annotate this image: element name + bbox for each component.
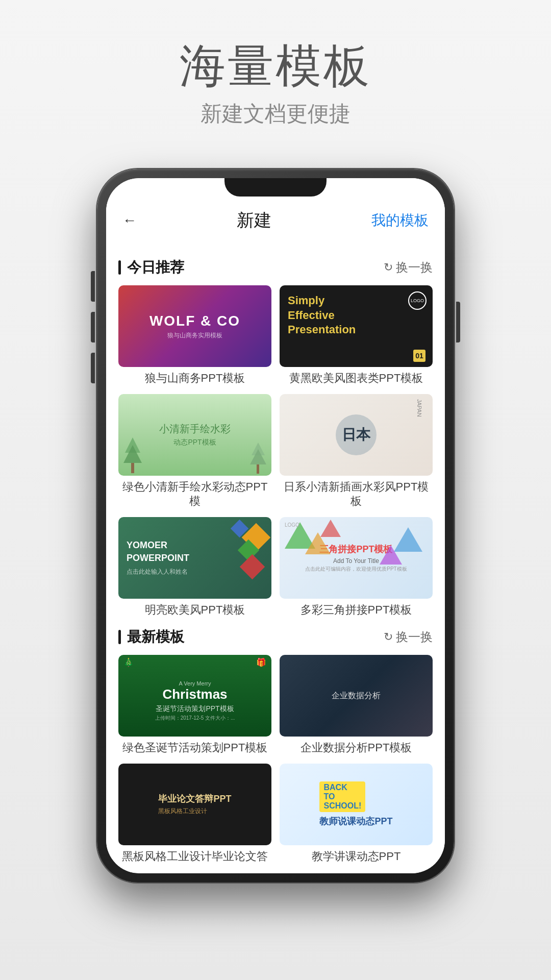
template-label-data: 企业数据分析PPT模板 (280, 741, 433, 755)
template-label-school: 教学讲课动态PPT (280, 849, 433, 864)
latest-refresh-icon: ↻ (384, 630, 393, 644)
template-card-dark[interactable]: LOGO Simply Effective Presentation 01 黄黑… (280, 285, 433, 386)
christmas-decor2: 🎁 (256, 657, 266, 667)
template-thumb-school: BACKTOSCHOOL! 教师说课动态PPT (280, 764, 433, 845)
template-label-triangle: 多彩三角拼接PPT模板 (280, 603, 433, 618)
template-card-data[interactable]: 企业数据分析 企业数据分析PPT模板 (280, 655, 433, 755)
svg-marker-1 (123, 445, 142, 463)
template-card-triangle[interactable]: LOGO 三角拼接PPT模板 Add To Your Title 点击此处可编辑… (280, 517, 433, 618)
bright-subtitle: 点击此处输入人和姓名 (127, 568, 263, 576)
latest-refresh-button[interactable]: ↻ 换一换 (384, 629, 433, 645)
phone-notch (224, 178, 327, 197)
template-card-wolf[interactable]: WOLF & CO 狼与山商务实用模板 狼与山商务PPT模板 (118, 285, 271, 386)
latest-template-grid: 🎄 🎁 A Very Merry Christmas 圣诞节活动策划PPT模板 … (118, 655, 433, 864)
dark-yellow-text: Simply Effective Presentation (288, 293, 424, 337)
watercolor-main: 小清新手绘水彩 (159, 422, 231, 436)
japan-side-text: JAPAN (416, 399, 422, 417)
app-content: 今日推荐 ↻ 换一换 WOLF & CO 狼与山商务实用 (106, 242, 445, 873)
svg-rect-2 (131, 463, 134, 473)
christmas-sub: 圣诞节活动策划PPT模板 (156, 704, 234, 714)
template-thumb-triangle: LOGO 三角拼接PPT模板 Add To Your Title 点击此处可编辑… (280, 517, 433, 599)
wolf-subtitle: 狼与山商务实用模板 (149, 331, 240, 340)
back-button[interactable]: ← (122, 212, 137, 229)
blackboard-sub: 黑板风格工业设计 (158, 807, 231, 816)
template-card-watercolor[interactable]: 小清新手绘水彩 动态PPT模板 绿色小清新手绘水彩动态PPT模 (118, 394, 271, 509)
tri-logo: LOGO (285, 522, 299, 528)
svg-rect-5 (257, 464, 259, 474)
christmas-title: Christmas (162, 687, 227, 702)
phone-wrapper: ← 新建 我的模板 今日推荐 ↻ 换一换 (97, 169, 454, 883)
dark-page-num: 01 (413, 350, 425, 362)
template-thumb-wolf: WOLF & CO 狼与山商务实用模板 (118, 285, 271, 367)
phone-outer: ← 新建 我的模板 今日推荐 ↻ 换一换 (97, 169, 454, 883)
template-card-japan[interactable]: 日本 JAPAN 日系小清新插画水彩风PPT模板 (280, 394, 433, 509)
app-screen: ← 新建 我的模板 今日推荐 ↻ 换一换 (106, 178, 445, 873)
template-label-wolf: 狼与山商务PPT模板 (118, 371, 271, 386)
template-thumb-watercolor: 小清新手绘水彩 动态PPT模板 (118, 394, 271, 476)
latest-section-header: 最新模板 ↻ 换一换 (118, 627, 433, 647)
template-card-bright[interactable]: YOMOERPOWERPOINT 点击此处输入人和姓名 明亮欧美风PPT模板 (118, 517, 271, 618)
today-template-grid: WOLF & CO 狼与山商务实用模板 狼与山商务PPT模板 LOGO (118, 285, 433, 617)
today-section-header: 今日推荐 ↻ 换一换 (118, 258, 433, 277)
tree-left-icon (122, 435, 143, 476)
ctriangle-3 (320, 520, 341, 537)
page-title: 海量模板 (180, 41, 371, 91)
my-templates-link[interactable]: 我的模板 (371, 211, 429, 230)
dark-logo-circle: LOGO (408, 291, 427, 310)
today-title: 今日推荐 (118, 258, 184, 277)
refresh-icon: ↻ (384, 261, 393, 274)
svg-marker-4 (250, 449, 266, 464)
template-label-blackboard: 黑板风格工业设计毕业论文答 (118, 849, 271, 864)
christmas-decor: 🎄 (123, 657, 134, 667)
latest-title: 最新模板 (118, 627, 184, 647)
template-card-christmas[interactable]: 🎄 🎁 A Very Merry Christmas 圣诞节活动策划PPT模板 … (118, 655, 271, 755)
template-thumb-data: 企业数据分析 (280, 655, 433, 737)
data-title: 企业数据分析 (287, 690, 425, 702)
today-refresh-button[interactable]: ↻ 换一换 (384, 259, 433, 276)
page-title-label: 新建 (237, 209, 271, 232)
page-header: 海量模板 新建文档更便捷 (180, 0, 371, 159)
christmas-a-very-merry: A Very Merry (179, 680, 211, 687)
template-thumb-bright: YOMOERPOWERPOINT 点击此处输入人和姓名 (118, 517, 271, 599)
template-thumb-christmas: 🎄 🎁 A Very Merry Christmas 圣诞节活动策划PPT模板 … (118, 655, 271, 737)
template-card-school[interactable]: BACKTOSCHOOL! 教师说课动态PPT 教学讲课动态PPT (280, 764, 433, 864)
tree-right-icon (249, 440, 267, 476)
japan-circle: 日本 (336, 414, 377, 455)
page-subtitle: 新建文档更便捷 (180, 100, 371, 128)
ctriangle-5 (380, 545, 402, 565)
tri-sub: Add To Your Title (333, 557, 379, 565)
template-thumb-japan: 日本 JAPAN (280, 394, 433, 476)
template-label-watercolor: 绿色小清新手绘水彩动态PPT模 (118, 480, 271, 509)
refresh-label: 换一换 (396, 259, 433, 276)
school-main: 教师说课动态PPT (319, 815, 392, 827)
phone-inner: ← 新建 我的模板 今日推荐 ↻ 换一换 (106, 178, 445, 873)
tri-desc: 点击此处可编辑内容，欢迎使用优质PPT模板 (305, 566, 407, 573)
wolf-title: WOLF & CO (149, 313, 240, 329)
christmas-desc: 上传时间：2017-12-5 文件大小：... (155, 715, 235, 722)
template-thumb-blackboard: 毕业论文答辩PPT 黑板风格工业设计 (118, 764, 271, 845)
template-label-dark: 黄黑欧美风图表类PPT模板 (280, 371, 433, 386)
template-label-christmas: 绿色圣诞节活动策划PPT模板 (118, 741, 271, 755)
template-card-blackboard[interactable]: 毕业论文答辩PPT 黑板风格工业设计 黑板风格工业设计毕业论文答 (118, 764, 271, 864)
bright-title: YOMOERPOWERPOINT (127, 539, 263, 565)
blackboard-main: 毕业论文答辩PPT (158, 793, 231, 805)
watercolor-sub: 动态PPT模板 (159, 438, 231, 447)
template-label-bright: 明亮欧美风PPT模板 (118, 603, 271, 618)
template-label-japan: 日系小清新插画水彩风PPT模板 (280, 480, 433, 509)
template-thumb-dark: LOGO Simply Effective Presentation 01 (280, 285, 433, 367)
latest-refresh-label: 换一换 (396, 629, 433, 645)
school-back-to-school: BACKTOSCHOOL! (319, 781, 365, 812)
